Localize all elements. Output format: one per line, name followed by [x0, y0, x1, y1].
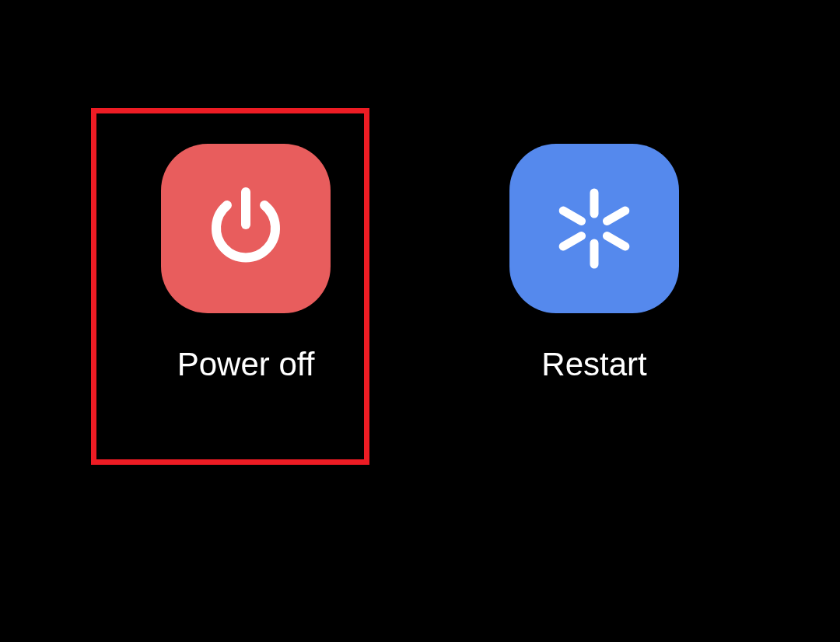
svg-line-2 [607, 211, 625, 222]
power-off-option[interactable]: Power off [161, 144, 331, 383]
svg-line-3 [563, 236, 581, 247]
svg-line-4 [607, 236, 625, 247]
restart-icon [548, 182, 641, 275]
power-off-label: Power off [177, 346, 315, 383]
svg-line-5 [563, 211, 581, 222]
restart-button[interactable] [509, 144, 679, 313]
restart-label: Restart [541, 346, 646, 383]
power-menu: Power off Restart [0, 144, 840, 383]
power-icon [201, 184, 290, 273]
power-off-button[interactable] [161, 144, 331, 313]
restart-option[interactable]: Restart [509, 144, 679, 383]
